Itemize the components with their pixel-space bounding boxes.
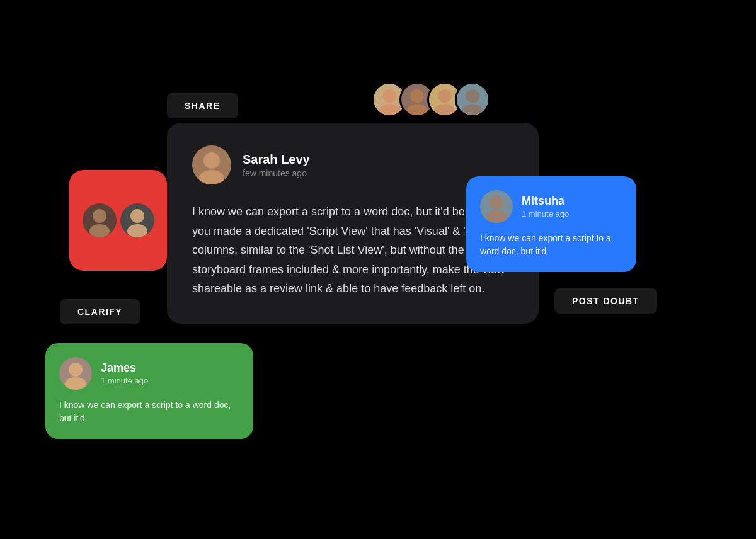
svg-point-14 bbox=[490, 196, 503, 210]
green-card-author-info: James 1 minute ago bbox=[101, 361, 148, 385]
red-card-avatar-1 bbox=[83, 203, 117, 237]
svg-point-5 bbox=[435, 104, 455, 115]
avatar-4 bbox=[455, 82, 490, 117]
main-card-header: Sarah Levy few minutes ago bbox=[192, 145, 513, 184]
blue-card-header: Mitsuha 1 minute ago bbox=[480, 190, 622, 223]
blue-card-author-name: Mitsuha bbox=[522, 195, 569, 208]
svg-point-4 bbox=[438, 89, 451, 103]
svg-point-10 bbox=[130, 209, 144, 223]
main-card-avatar bbox=[192, 145, 231, 184]
svg-point-1 bbox=[379, 104, 399, 115]
svg-point-16 bbox=[69, 363, 83, 377]
green-card-header: James 1 minute ago bbox=[59, 357, 239, 390]
svg-point-6 bbox=[466, 89, 479, 103]
svg-point-3 bbox=[407, 104, 427, 115]
avatar-group bbox=[372, 82, 490, 117]
clarify-button[interactable]: CLARIFY bbox=[60, 299, 140, 324]
blue-card-body: I know we can export a script to a word … bbox=[480, 232, 622, 258]
post-doubt-button[interactable]: POST DOUBT bbox=[554, 288, 657, 314]
green-card-body: I know we can export a script to a word … bbox=[59, 399, 239, 425]
green-card-avatar bbox=[59, 357, 92, 390]
svg-point-12 bbox=[203, 152, 220, 169]
green-card-author-name: James bbox=[101, 361, 148, 375]
svg-point-7 bbox=[462, 104, 483, 115]
green-card-timestamp: 1 minute ago bbox=[101, 376, 148, 385]
svg-point-11 bbox=[127, 224, 147, 237]
green-card: James 1 minute ago I know we can export … bbox=[45, 343, 253, 439]
blue-card-timestamp: 1 minute ago bbox=[522, 209, 569, 218]
blue-card-author-info: Mitsuha 1 minute ago bbox=[522, 195, 569, 218]
blue-card-avatar bbox=[480, 190, 513, 223]
svg-point-15 bbox=[486, 210, 507, 223]
main-card-author-name: Sarah Levy bbox=[243, 152, 310, 167]
svg-point-2 bbox=[410, 89, 423, 103]
blue-card: Mitsuha 1 minute ago I know we can expor… bbox=[466, 176, 636, 272]
svg-point-17 bbox=[65, 377, 86, 390]
main-card-timestamp: few minutes ago bbox=[243, 168, 310, 178]
scene: SHARE bbox=[0, 0, 756, 539]
svg-point-9 bbox=[89, 224, 110, 237]
svg-point-13 bbox=[199, 170, 224, 184]
main-card-author-info: Sarah Levy few minutes ago bbox=[243, 152, 310, 178]
share-button[interactable]: SHARE bbox=[167, 93, 238, 118]
main-card-body: I know we can export a script to a word … bbox=[192, 202, 513, 298]
svg-point-8 bbox=[93, 209, 106, 223]
red-card bbox=[69, 170, 167, 271]
red-card-avatar-2 bbox=[120, 203, 154, 237]
svg-point-0 bbox=[382, 89, 396, 103]
